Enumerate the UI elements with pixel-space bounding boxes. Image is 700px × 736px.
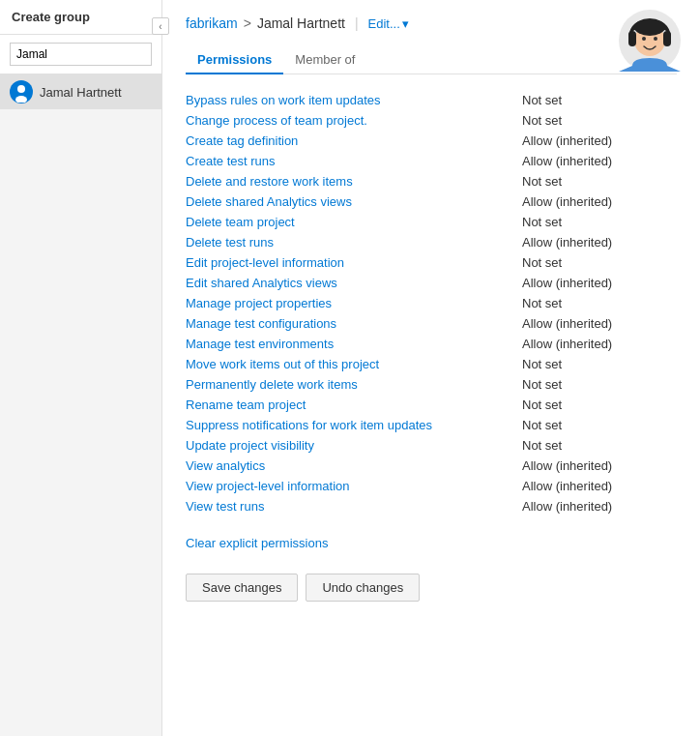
permission-name[interactable]: Delete shared Analytics views	[186, 194, 522, 209]
permission-name[interactable]: Create test runs	[186, 154, 522, 168]
permission-name[interactable]: Suppress notifications for work item upd…	[186, 418, 522, 432]
app-layout: Create group Jamal Hartnett ‹	[0, 0, 700, 736]
table-row: Bypass rules on work item updatesNot set	[186, 90, 677, 110]
avatar-large	[619, 10, 681, 72]
permission-name[interactable]: Delete test runs	[186, 235, 522, 250]
clear-explicit-permissions-link[interactable]: Clear explicit permissions	[186, 536, 328, 550]
search-input[interactable]	[10, 43, 152, 66]
permission-name[interactable]: Manage project properties	[186, 296, 522, 310]
permission-value: Allow (inherited)	[522, 458, 677, 473]
sidebar: Create group Jamal Hartnett ‹	[0, 0, 162, 736]
svg-point-9	[654, 37, 657, 41]
permission-value: Not set	[522, 113, 677, 128]
permission-value: Allow (inherited)	[522, 276, 677, 290]
tab-permissions[interactable]: Permissions	[186, 46, 283, 74]
permission-name[interactable]: Create tag definition	[186, 133, 522, 148]
table-row: Permanently delete work itemsNot set	[186, 374, 677, 395]
permission-value: Allow (inherited)	[522, 194, 677, 209]
permission-value: Allow (inherited)	[522, 133, 677, 148]
breadcrumb-divider: |	[355, 15, 359, 31]
footer-buttons: Save changes Undo changes	[186, 574, 677, 602]
sidebar-search-container	[0, 35, 161, 74]
permission-value: Not set	[522, 296, 677, 310]
breadcrumb: fabrikam > Jamal Hartnett | Edit... ▾	[186, 15, 677, 31]
table-row: View project-level informationAllow (inh…	[186, 476, 677, 496]
permission-value: Not set	[522, 174, 677, 189]
permission-name[interactable]: Permanently delete work items	[186, 377, 522, 392]
table-row: Delete and restore work itemsNot set	[186, 171, 677, 191]
table-row: Manage test environmentsAllow (inherited…	[186, 334, 677, 354]
svg-point-7	[634, 18, 665, 36]
table-row: View test runsAllow (inherited)	[186, 496, 677, 516]
permission-name[interactable]: View test runs	[186, 499, 522, 514]
table-row: Update project visibilityNot set	[186, 435, 677, 456]
tabs-container: Permissions Member of	[186, 46, 677, 74]
table-row: Move work items out of this projectNot s…	[186, 354, 677, 374]
table-row: Edit shared Analytics viewsAllow (inheri…	[186, 273, 677, 293]
permission-name[interactable]: Rename team project	[186, 397, 522, 412]
permission-name[interactable]: View project-level information	[186, 479, 522, 493]
permission-name[interactable]: Bypass rules on work item updates	[186, 93, 522, 107]
avatar-small	[10, 80, 33, 103]
permission-value: Not set	[522, 377, 677, 392]
permission-value: Allow (inherited)	[522, 479, 677, 493]
table-row: Manage project propertiesNot set	[186, 293, 677, 313]
table-row: Suppress notifications for work item upd…	[186, 415, 677, 435]
permission-name[interactable]: Change process of team project.	[186, 113, 522, 128]
chevron-down-icon: ▾	[402, 16, 409, 31]
permission-value: Allow (inherited)	[522, 499, 677, 514]
table-row: Delete test runsAllow (inherited)	[186, 232, 677, 252]
permission-value: Not set	[522, 397, 677, 412]
table-row: Delete shared Analytics viewsAllow (inhe…	[186, 191, 677, 212]
main-content: fabrikam > Jamal Hartnett | Edit... ▾ Pe…	[162, 0, 700, 736]
permission-value: Allow (inherited)	[522, 235, 677, 250]
table-row: Create tag definitionAllow (inherited)	[186, 131, 677, 151]
save-changes-button[interactable]: Save changes	[186, 574, 298, 602]
permission-value: Not set	[522, 215, 677, 229]
breadcrumb-user: Jamal Hartnett	[257, 15, 345, 31]
permission-name[interactable]: Move work items out of this project	[186, 357, 522, 371]
svg-rect-5	[628, 31, 636, 46]
table-row: Manage test configurationsAllow (inherit…	[186, 313, 677, 334]
breadcrumb-edit-button[interactable]: Edit... ▾	[368, 16, 409, 31]
permission-value: Allow (inherited)	[522, 154, 677, 168]
sidebar-item-jamal-hartnett[interactable]: Jamal Hartnett	[0, 74, 161, 109]
table-row: View analyticsAllow (inherited)	[186, 456, 677, 476]
svg-point-8	[642, 37, 646, 41]
permission-name[interactable]: Delete and restore work items	[186, 174, 522, 189]
permission-value: Not set	[522, 255, 677, 270]
svg-rect-6	[663, 31, 671, 46]
permission-name[interactable]: Manage test configurations	[186, 316, 522, 331]
tab-member-of[interactable]: Member of	[283, 46, 366, 74]
permission-value: Allow (inherited)	[522, 316, 677, 331]
permission-value: Not set	[522, 357, 677, 371]
permission-value: Not set	[522, 418, 677, 432]
breadcrumb-org[interactable]: fabrikam	[186, 15, 238, 31]
permissions-table: Bypass rules on work item updatesNot set…	[186, 90, 677, 516]
permission-name[interactable]: View analytics	[186, 458, 522, 473]
footer-section: Clear explicit permissions Save changes …	[186, 536, 677, 602]
permission-name[interactable]: Update project visibility	[186, 438, 522, 453]
permission-value: Not set	[522, 93, 677, 107]
table-row: Edit project-level informationNot set	[186, 252, 677, 273]
permission-name[interactable]: Delete team project	[186, 215, 522, 229]
table-row: Delete team projectNot set	[186, 212, 677, 232]
breadcrumb-separator: >	[244, 15, 251, 31]
table-row: Create test runsAllow (inherited)	[186, 151, 677, 171]
table-row: Rename team projectNot set	[186, 395, 677, 415]
table-row: Change process of team project.Not set	[186, 110, 677, 131]
permission-value: Allow (inherited)	[522, 337, 677, 351]
breadcrumb-edit-label: Edit...	[368, 16, 400, 31]
sidebar-collapse-button[interactable]: ‹	[152, 17, 169, 35]
permission-name[interactable]: Edit shared Analytics views	[186, 276, 522, 290]
permission-name[interactable]: Edit project-level information	[186, 255, 522, 270]
sidebar-item-label: Jamal Hartnett	[40, 85, 122, 100]
undo-changes-button[interactable]: Undo changes	[306, 574, 420, 602]
sidebar-header: Create group	[0, 0, 161, 35]
svg-point-1	[17, 85, 25, 93]
permission-name[interactable]: Manage test environments	[186, 337, 522, 351]
permission-value: Not set	[522, 438, 677, 453]
